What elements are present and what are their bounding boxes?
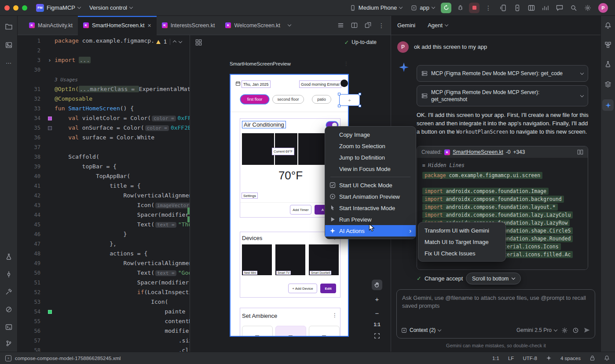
settings-label[interactable]: Settings [242, 193, 258, 199]
gemini-toolwindow-icon[interactable] [602, 99, 614, 111]
gradle-icon[interactable] [604, 41, 611, 48]
search-icon[interactable] [570, 4, 577, 11]
more-tool-windows-icon[interactable]: ⋯ [6, 60, 11, 66]
tab-interestsscreen[interactable]: K InterestsScreen.kt [157, 16, 220, 35]
file-encoding[interactable]: UTF-8 [523, 356, 537, 361]
mcp-call-get-code[interactable]: MCP (Figma Remote Dev Mode MCP Server): … [417, 65, 588, 82]
notifications-bell-icon[interactable] [604, 22, 611, 29]
float-window-icon[interactable] [365, 22, 371, 29]
color-swatch[interactable] [48, 310, 52, 314]
color-swatch[interactable] [48, 126, 52, 130]
add-timer-button[interactable]: Add Timer [290, 205, 311, 215]
more-actions-icon[interactable]: ⋮ [378, 22, 384, 29]
add-device-button[interactable]: + Add Device [288, 284, 317, 293]
preview-more-icon[interactable]: ⋮ [344, 61, 349, 67]
tab-gemini[interactable]: Gemini [397, 22, 415, 29]
zoom-ratio-button[interactable]: 1:1 [373, 322, 380, 327]
zoom-in-button[interactable]: + [372, 294, 382, 304]
gemini-status-spark-icon[interactable] [546, 355, 552, 361]
indent-setting[interactable]: 4 spaces [560, 356, 581, 361]
resize-handle[interactable] [338, 93, 340, 95]
menu-item-zoom-to-selection[interactable]: Zoom to Selection [325, 140, 416, 152]
tab-welcomescreen[interactable]: K WelcomeScreen.kt [220, 16, 286, 35]
usages-hint[interactable]: 3 Usages [55, 77, 78, 83]
menu-item-start-interactive-mode[interactable]: Start Interactive Mode [325, 202, 416, 214]
app-inspection-icon[interactable] [5, 253, 12, 260]
open-diff-icon[interactable] [577, 149, 583, 155]
menu-item-match-ui-to-target-image[interactable]: Match UI to Target Image [418, 236, 505, 248]
tab-smarthomescreen[interactable]: K SmartHomeScreen.kt × [78, 16, 157, 35]
gemini-prompt-input[interactable] [397, 290, 595, 322]
inspections-widget[interactable]: 1 [154, 38, 183, 46]
profile-avatar[interactable]: P [598, 3, 608, 13]
debug-button[interactable] [455, 3, 465, 13]
prev-issue-icon[interactable] [173, 40, 176, 44]
more-run-actions-button[interactable]: ⋮ [483, 3, 494, 13]
created-file-link[interactable]: SmartHomeScreen.kt [453, 149, 503, 155]
close-window-button[interactable] [4, 5, 10, 11]
selected-add-chip[interactable]: + [339, 94, 360, 106]
menu-item-copy-image[interactable]: Copy Image [325, 129, 416, 140]
terminal-icon[interactable] [5, 324, 12, 331]
next-issue-icon[interactable] [179, 39, 182, 43]
pan-hand-icon[interactable] [372, 280, 382, 290]
options-menu-icon[interactable] [337, 22, 344, 29]
problems-icon[interactable] [5, 306, 12, 313]
layers-icon[interactable] [604, 81, 611, 88]
tab-agent[interactable]: Agent [428, 22, 448, 29]
maximize-window-button[interactable] [22, 5, 27, 11]
grid-view-icon[interactable] [195, 39, 202, 46]
menu-item-transform-ui-with-gemini[interactable]: Transform UI with Gemini [418, 225, 505, 236]
split-editor-icon[interactable] [351, 22, 358, 29]
run-config-selector[interactable]: app [408, 3, 437, 13]
vcs-widget[interactable]: Version control [87, 3, 135, 13]
model-selector[interactable]: Gemini 2.5 Pro [516, 327, 557, 333]
tab-mainactivity[interactable]: K MainActivity.kt [24, 16, 78, 35]
project-folder-icon[interactable] [5, 23, 12, 30]
profiler-icon[interactable] [542, 4, 549, 11]
gemini-settings-icon[interactable] [561, 327, 568, 334]
resize-handle[interactable] [359, 93, 361, 95]
resource-manager-icon[interactable] [5, 41, 12, 49]
menu-item-jump-to-definition[interactable]: Jump to Definition [325, 152, 416, 163]
hidden-lines-row[interactable]: ≡ Hidden Lines [422, 161, 582, 169]
statusbar-file[interactable]: x compose-compose-model-1758866285245.xm… [5, 355, 121, 361]
window-layout-icon[interactable] [528, 4, 535, 11]
code-editor[interactable]: 1package com.example.figmamcp.u23›import… [18, 35, 190, 352]
device-explorer-icon[interactable] [604, 61, 611, 68]
scroll-to-bottom-button[interactable]: Scroll to bottom [466, 273, 521, 284]
chip-first-floor[interactable]: first floor [241, 95, 269, 104]
color-swatch[interactable] [48, 116, 52, 120]
menu-item-start-ui-check-mode[interactable]: Start UI Check Mode [325, 179, 416, 191]
commit-icon[interactable] [5, 271, 12, 278]
stop-button[interactable] [469, 3, 480, 13]
run-button[interactable] [441, 3, 451, 13]
project-selector[interactable]: FM FigmaMCP [33, 2, 83, 14]
line-separator[interactable]: LF [508, 356, 514, 361]
menu-item-start-animation-preview[interactable]: Start Animation Preview [325, 191, 416, 202]
ambience-more-icon[interactable]: ⋮ [332, 312, 337, 318]
settings-gear-icon[interactable] [584, 4, 591, 11]
edit-button[interactable]: Edit [320, 284, 336, 293]
send-icon[interactable] [583, 327, 590, 334]
statusbar-bell-icon[interactable] [604, 355, 610, 361]
lock-icon[interactable] [589, 355, 595, 361]
version-control-icon[interactable] [5, 340, 12, 347]
build-icon[interactable] [5, 288, 12, 295]
chip-patio[interactable]: patio [312, 95, 331, 104]
chip-second-floor[interactable]: second floor [272, 95, 304, 104]
close-tab-icon[interactable]: × [147, 22, 151, 29]
menu-item-fix-ui-check-issues[interactable]: Fix UI Check Issues [418, 248, 505, 259]
menu-item-view-in-focus-mode[interactable]: View in Focus Mode [325, 163, 416, 175]
hidden-tabs-chevron-icon[interactable] [288, 23, 291, 26]
device-selector[interactable]: Medium Phone [347, 3, 405, 13]
cursor-position[interactable]: 1:1 [492, 356, 499, 361]
device-manager-icon[interactable] [500, 4, 507, 11]
running-devices-icon[interactable] [514, 4, 521, 11]
resize-handle[interactable] [338, 105, 340, 107]
context-chip[interactable]: Context (2) [401, 327, 441, 333]
zoom-out-button[interactable]: − [372, 308, 382, 318]
fit-to-screen-icon[interactable] [372, 331, 382, 341]
history-icon[interactable] [572, 327, 579, 334]
mcp-call-get-screenshot[interactable]: MCP (Figma Remote Dev Mode MCP Server): … [417, 85, 588, 106]
